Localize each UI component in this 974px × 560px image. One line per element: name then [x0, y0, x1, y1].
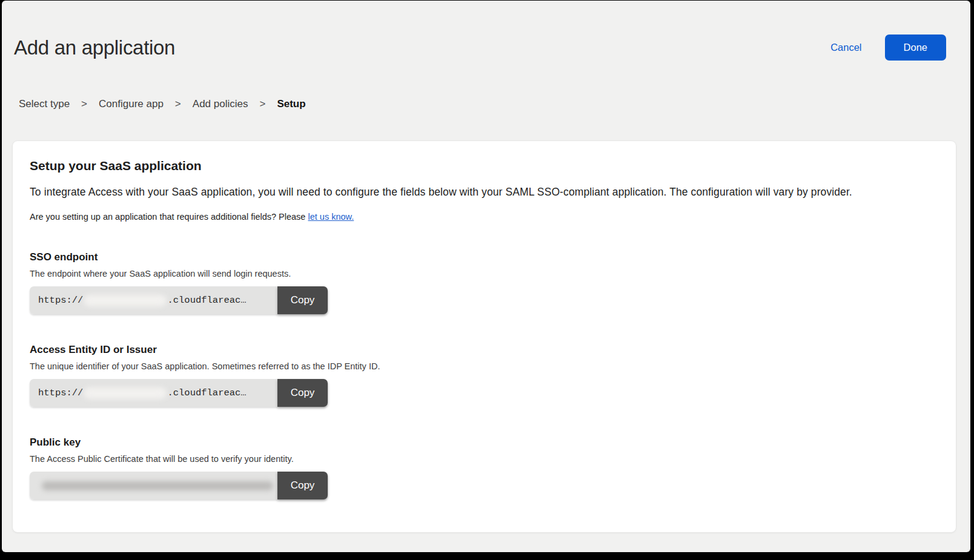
breadcrumb-step-select-type[interactable]: Select type — [19, 98, 70, 110]
public-key-section: Public key The Access Public Certificate… — [30, 436, 939, 499]
redacted-value-blob — [84, 387, 167, 399]
breadcrumb-separator: > — [175, 98, 181, 110]
entity-id-field-row: https://.cloudflareac… Copy — [30, 379, 328, 407]
card-note-text: Are you setting up an application that r… — [30, 212, 308, 222]
page-header: Add an application Cancel Done — [2, 1, 970, 61]
public-key-field-row: Copy — [30, 472, 328, 499]
value-prefix: https:// — [38, 387, 83, 398]
entity-id-section: Access Entity ID or Issuer The unique id… — [30, 344, 939, 407]
breadcrumb-step-add-policies[interactable]: Add policies — [193, 98, 248, 110]
value-suffix: .cloudflareac… — [167, 295, 246, 306]
breadcrumb-step-setup[interactable]: Setup — [277, 98, 305, 110]
value-prefix: https:// — [38, 295, 83, 306]
page-title: Add an application — [14, 36, 175, 59]
field-label: Public key — [30, 436, 939, 449]
wizard-breadcrumb: Select type > Configure app > Add polici… — [19, 98, 970, 110]
sso-endpoint-value: https://.cloudflareac… — [30, 286, 277, 314]
cancel-button[interactable]: Cancel — [830, 42, 861, 53]
entity-id-copy-button[interactable]: Copy — [277, 379, 328, 407]
card-intro-text: To integrate Access with your SaaS appli… — [30, 186, 939, 199]
field-description: The endpoint where your SaaS application… — [30, 269, 939, 278]
breadcrumb-separator: > — [259, 98, 265, 110]
field-label: SSO endpoint — [30, 251, 939, 263]
card-title: Setup your SaaS application — [30, 159, 939, 173]
value-suffix: .cloudflareac… — [167, 387, 246, 398]
let-us-know-link[interactable]: let us know. — [308, 212, 354, 222]
sso-endpoint-copy-button[interactable]: Copy — [277, 286, 328, 314]
field-description: The unique identifier of your SaaS appli… — [30, 361, 939, 371]
redacted-value-blob — [84, 295, 167, 306]
done-button[interactable]: Done — [885, 35, 946, 61]
redacted-value-blob — [42, 481, 273, 490]
card-note: Are you setting up an application that r… — [30, 212, 939, 222]
public-key-value — [30, 472, 277, 499]
public-key-copy-button[interactable]: Copy — [277, 472, 328, 499]
sso-endpoint-field-row: https://.cloudflareac… Copy — [30, 286, 328, 314]
header-actions: Cancel Done — [830, 35, 946, 61]
app-screen: Add an application Cancel Done Select ty… — [2, 1, 970, 552]
sso-endpoint-section: SSO endpoint The endpoint where your Saa… — [30, 251, 939, 314]
entity-id-value: https://.cloudflareac… — [30, 379, 277, 407]
field-label: Access Entity ID or Issuer — [30, 344, 939, 356]
setup-card: Setup your SaaS application To integrate… — [12, 140, 956, 533]
breadcrumb-step-configure-app[interactable]: Configure app — [99, 98, 164, 110]
field-description: The Access Public Certificate that will … — [30, 454, 939, 464]
breadcrumb-separator: > — [81, 98, 87, 110]
